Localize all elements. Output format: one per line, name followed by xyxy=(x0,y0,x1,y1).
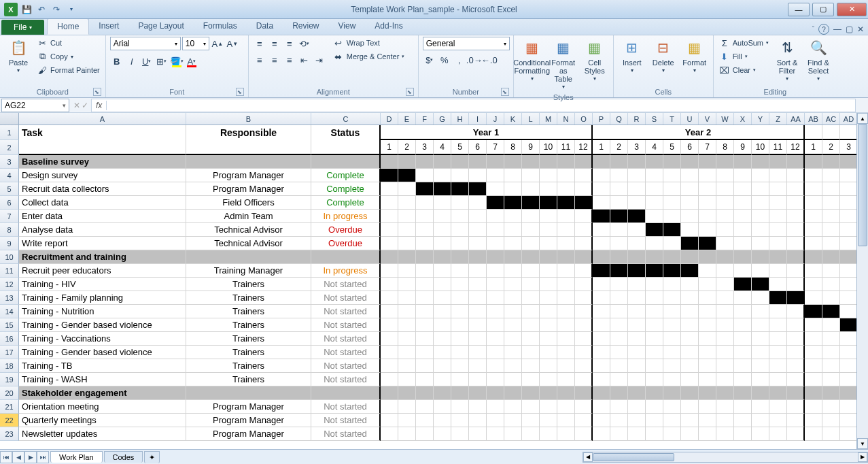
cancel-formula-icon[interactable]: ✕ xyxy=(73,101,80,110)
scroll-down-icon[interactable]: ▼ xyxy=(857,438,868,449)
cell[interactable]: Baseline survey xyxy=(19,155,186,169)
cell[interactable] xyxy=(451,359,469,373)
sheet-tab-codes[interactable]: Codes xyxy=(104,451,143,463)
currency-icon[interactable]: $▾ xyxy=(423,53,436,67)
cell[interactable] xyxy=(469,400,487,414)
cell[interactable] xyxy=(805,264,822,278)
row-header-8[interactable]: 8 xyxy=(0,223,19,237)
cell[interactable] xyxy=(593,237,610,250)
sheet-last-icon[interactable]: ⏭ xyxy=(37,451,49,463)
cell[interactable]: Task xyxy=(19,125,186,140)
cell[interactable] xyxy=(787,359,805,373)
cell[interactable] xyxy=(540,155,557,169)
row-header-3[interactable]: 3 xyxy=(0,155,19,169)
cell[interactable] xyxy=(381,359,398,373)
cell[interactable] xyxy=(681,169,699,182)
col-header-AA[interactable]: AA xyxy=(787,113,805,125)
cell[interactable] xyxy=(557,182,575,196)
cell[interactable] xyxy=(469,346,487,359)
cell[interactable] xyxy=(663,182,681,196)
cell[interactable] xyxy=(734,318,752,332)
cell[interactable] xyxy=(593,373,610,386)
cell[interactable] xyxy=(716,373,734,386)
copy-button[interactable]: ⧉Copy▾ xyxy=(35,50,101,63)
cell[interactable] xyxy=(487,250,504,264)
align-right-icon[interactable]: ≡ xyxy=(283,53,296,67)
col-header-G[interactable]: G xyxy=(434,113,451,125)
cell[interactable] xyxy=(646,250,663,264)
col-header-U[interactable]: U xyxy=(681,113,699,125)
cell[interactable] xyxy=(822,169,840,182)
cell[interactable]: Analyse data xyxy=(19,223,186,237)
number-format-combo[interactable]: General▾ xyxy=(423,37,510,50)
col-header-B[interactable]: B xyxy=(186,113,311,125)
cell[interactable]: Not started xyxy=(311,346,381,359)
cell[interactable] xyxy=(805,414,822,427)
cell[interactable]: 3 xyxy=(628,140,646,155)
cell[interactable]: Trainers xyxy=(186,318,311,332)
row-header-4[interactable]: 4 xyxy=(0,169,19,182)
cell[interactable] xyxy=(434,250,451,264)
cell[interactable] xyxy=(734,182,752,196)
cell[interactable] xyxy=(752,427,769,441)
cell[interactable] xyxy=(434,278,451,291)
cell[interactable] xyxy=(311,155,381,169)
cell[interactable] xyxy=(381,291,398,305)
cell[interactable] xyxy=(787,223,805,237)
cell[interactable] xyxy=(734,250,752,264)
scroll-up-icon[interactable]: ▲ xyxy=(857,113,868,124)
cell[interactable] xyxy=(769,155,787,169)
cell[interactable] xyxy=(628,278,646,291)
cell[interactable] xyxy=(646,264,663,278)
cell[interactable] xyxy=(787,373,805,386)
cell[interactable] xyxy=(487,182,504,196)
cell[interactable] xyxy=(557,237,575,250)
cell[interactable] xyxy=(593,427,610,441)
cell[interactable] xyxy=(487,278,504,291)
cell[interactable] xyxy=(805,196,822,210)
cell[interactable] xyxy=(575,346,593,359)
cell[interactable] xyxy=(540,414,557,427)
cell[interactable] xyxy=(522,196,540,210)
alignment-launcher-icon[interactable]: ⬊ xyxy=(406,88,414,96)
cell[interactable]: 2 xyxy=(822,140,840,155)
row-header-2[interactable]: 2 xyxy=(0,140,19,155)
cell[interactable] xyxy=(681,210,699,223)
cell[interactable] xyxy=(805,400,822,414)
cell[interactable]: Admin Team xyxy=(186,210,311,223)
cell[interactable] xyxy=(769,291,787,305)
cell[interactable] xyxy=(434,386,451,400)
cell[interactable] xyxy=(787,210,805,223)
cell[interactable] xyxy=(822,223,840,237)
cell[interactable]: Trainers xyxy=(186,359,311,373)
cell[interactable] xyxy=(769,305,787,318)
cell[interactable] xyxy=(699,346,716,359)
cell[interactable] xyxy=(451,291,469,305)
cell[interactable] xyxy=(593,250,610,264)
cell[interactable] xyxy=(487,264,504,278)
cell[interactable] xyxy=(522,291,540,305)
cell[interactable] xyxy=(381,318,398,332)
cell[interactable]: Overdue xyxy=(311,223,381,237)
fill-button[interactable]: ⬇Fill▾ xyxy=(718,50,770,63)
row-header-11[interactable]: 11 xyxy=(0,264,19,278)
col-header-P[interactable]: P xyxy=(593,113,610,125)
cell[interactable] xyxy=(416,196,434,210)
cell[interactable]: Technical Advisor xyxy=(186,223,311,237)
cell[interactable] xyxy=(416,386,434,400)
col-header-L[interactable]: L xyxy=(522,113,540,125)
cell[interactable] xyxy=(734,210,752,223)
cell[interactable] xyxy=(416,414,434,427)
cell[interactable] xyxy=(734,332,752,346)
cell[interactable] xyxy=(434,373,451,386)
cell[interactable] xyxy=(593,210,610,223)
col-header-V[interactable]: V xyxy=(699,113,716,125)
cell[interactable] xyxy=(557,346,575,359)
align-bottom-icon[interactable]: ≡ xyxy=(283,37,296,50)
cell[interactable] xyxy=(681,182,699,196)
cell[interactable] xyxy=(398,291,416,305)
cell[interactable] xyxy=(628,386,646,400)
cell[interactable]: 2 xyxy=(398,140,416,155)
cell[interactable] xyxy=(663,332,681,346)
format-as-table-button[interactable]: ▦Format as Table▾ xyxy=(549,37,578,92)
